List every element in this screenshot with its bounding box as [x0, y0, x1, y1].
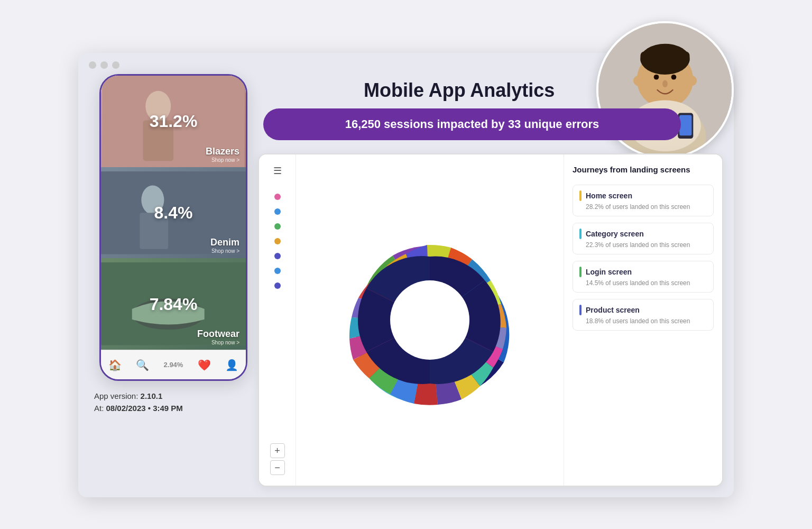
datetime-value: 08/02/2023 • 3:49 PM — [106, 404, 183, 413]
phone-info: App version: 2.10.1 At: 08/02/2023 • 3:4… — [94, 391, 183, 416]
menu-icon[interactable]: ☰ — [273, 165, 282, 177]
journeys-title: Journeys from landing screens — [573, 165, 714, 174]
footwear-percent: 7.84% — [150, 294, 198, 314]
browser-dot-1 — [89, 61, 96, 69]
scene: Mobile App Analytics — [36, 21, 776, 508]
journey-item-1: Category screen 22.3% of users landed on… — [573, 223, 714, 254]
legend-dot-1 — [274, 208, 281, 215]
app-version-line: App version: 2.10.1 — [94, 391, 183, 400]
journey-desc-1: 22.3% of users landed on this screen — [586, 241, 707, 249]
svg-rect-13 — [679, 115, 691, 135]
svg-point-6 — [671, 75, 677, 80]
app-version-value: 2.10.1 — [141, 391, 163, 400]
profile-icon: 👤 — [225, 359, 238, 371]
journey-name-1: Category screen — [586, 230, 644, 238]
journey-header-2: Login screen — [579, 267, 707, 277]
legend-dot-2 — [274, 223, 281, 230]
blazers-text: Blazers Shop now > — [206, 146, 239, 163]
journey-item-3: Product screen 18.8% of users landed on … — [573, 299, 714, 331]
banner-text: 16,250 sessions impacted by 33 unique er… — [345, 117, 599, 131]
svg-point-25 — [390, 280, 469, 360]
journey-header-0: Home screen — [579, 190, 707, 201]
zoom-out-button[interactable]: − — [270, 460, 285, 475]
browser-dot-2 — [100, 61, 108, 69]
nav-percent: 2.94% — [164, 361, 183, 369]
denim-text: Denim Shop now > — [210, 237, 239, 254]
svg-point-9 — [687, 76, 697, 86]
svg-point-5 — [654, 75, 659, 80]
journey-desc-2: 14.5% of users landed on this screen — [586, 279, 707, 287]
datetime-line: At: 08/02/2023 • 3:49 PM — [94, 404, 183, 413]
app-version-label: App version: — [94, 391, 138, 400]
journey-color-product — [579, 305, 582, 315]
journey-desc-3: 18.8% of users landed on this screen — [586, 317, 707, 325]
phone-card-footwear: 7.84% Footwear Shop now > — [101, 258, 246, 350]
phone-card-blazers: 31.2% Blazers Shop now > — [101, 76, 246, 167]
analytics-sidebar: ☰ + − — [259, 154, 296, 486]
svg-point-7 — [662, 80, 668, 88]
page-title: Mobile App Analytics — [364, 79, 555, 102]
journey-color-login — [579, 267, 582, 277]
at-label: At: — [94, 404, 104, 413]
journey-name-0: Home screen — [586, 191, 632, 200]
journey-color-home — [579, 190, 582, 201]
analytics-card: ☰ + − — [258, 153, 723, 487]
browser-dots — [89, 61, 119, 69]
legend-dot-0 — [274, 194, 281, 200]
phone-nav: 🏠 🔍 2.94% ❤️ 👤 — [101, 350, 246, 379]
highlight-banner: 16,250 sessions impacted by 33 unique er… — [263, 108, 681, 140]
legend-dot-3 — [274, 238, 281, 244]
browser-dot-3 — [112, 61, 119, 69]
phone-mockup: 31.2% Blazers Shop now > 8.4% Denim Shop… — [99, 74, 247, 381]
journey-name-2: Login screen — [586, 268, 632, 276]
svg-rect-4 — [640, 51, 689, 64]
chart-area — [296, 154, 564, 486]
legend-dot-6 — [274, 282, 281, 289]
zoom-controls: + − — [270, 443, 285, 475]
donut-chart — [340, 230, 520, 410]
denim-percent: 8.4% — [154, 203, 193, 223]
journey-name-3: Product screen — [586, 306, 640, 314]
search-icon: 🔍 — [136, 359, 149, 371]
footwear-text: Footwear Shop now > — [197, 329, 239, 345]
zoom-in-button[interactable]: + — [270, 443, 285, 458]
journey-header-1: Category screen — [579, 229, 707, 239]
journey-color-category — [579, 229, 582, 239]
legend-dot-4 — [274, 253, 281, 259]
journey-desc-0: 28.2% of users landed on this screen — [586, 203, 707, 211]
heart-icon: ❤️ — [198, 359, 211, 371]
blazers-percent: 31.2% — [150, 112, 198, 131]
journey-item-2: Login screen 14.5% of users landed on th… — [573, 261, 714, 293]
home-icon: 🏠 — [108, 359, 122, 371]
phone-card-denim: 8.4% Denim Shop now > — [101, 167, 246, 259]
journeys-panel: Journeys from landing screens Home scree… — [564, 154, 722, 486]
journey-header-3: Product screen — [579, 305, 707, 315]
journey-item-0: Home screen 28.2% of users landed on thi… — [573, 185, 714, 216]
svg-point-8 — [633, 76, 643, 86]
legend-dot-5 — [274, 268, 281, 274]
